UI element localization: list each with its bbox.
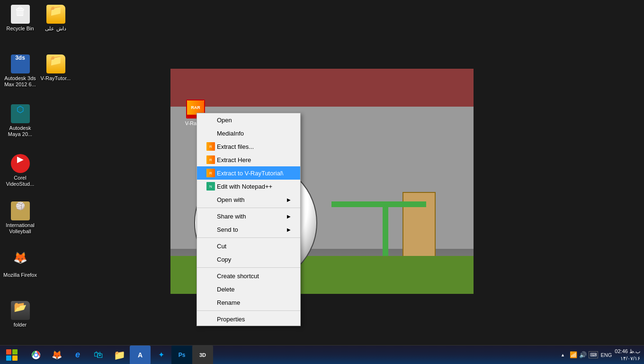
taskbar-explorer[interactable]: 📁 — [109, 346, 130, 364]
ctx-send-to-icon — [206, 225, 215, 234]
ctx-open-label: Open — [217, 117, 232, 124]
ctx-rename-label: Rename — [217, 299, 240, 306]
win-logo-blue — [6, 355, 11, 361]
ctx-open-icon — [206, 116, 215, 124]
ctx-open-with-icon — [206, 195, 215, 204]
ctx-cut-icon — [206, 242, 215, 250]
ctx-send-to-label: Send to — [217, 226, 238, 233]
ctx-share-with[interactable]: Share with ▶ — [197, 209, 300, 223]
desktop-icon-3dsmax[interactable]: 3ds Autodesk 3ds Max 2012 6... — [2, 55, 38, 88]
tray-volume-icon[interactable]: 🔊 — [579, 351, 587, 358]
ctx-mediainfo-icon — [206, 129, 215, 137]
ctx-extract-files[interactable]: R Extract files... — [197, 140, 300, 153]
vray-folder-icon: 📁 — [46, 55, 65, 73]
ctx-extract-here[interactable]: R Extract Here — [197, 153, 300, 166]
3dsmax-icon: 3ds — [11, 55, 30, 73]
desktop-icon-corel[interactable]: ▶ Corel VideoStud... — [2, 154, 38, 187]
ctx-create-shortcut-icon — [206, 272, 215, 280]
desktop-icon-folder[interactable]: 📂 folder — [2, 301, 38, 328]
time-display[interactable]: 02:46 ب.ظ ۱۴/۰۷/۱۶ — [615, 348, 640, 362]
ctx-edit-notepad[interactable]: N Edit with Notepad++ — [197, 180, 300, 193]
ctx-mediainfo[interactable]: MediaInfo — [197, 127, 300, 140]
ctx-mediainfo-label: MediaInfo — [217, 130, 244, 137]
3dsmax-label: Autodesk 3ds Max 2012 6... — [2, 75, 38, 88]
ctx-cut-label: Cut — [217, 243, 226, 250]
windows-logo — [6, 349, 18, 361]
folder2-label: folder — [2, 322, 38, 328]
ctx-extract-to[interactable]: R Extract to V-RayTutorial\ — [197, 166, 300, 180]
ctx-send-to-arrow: ▶ — [287, 227, 291, 232]
ctx-delete-icon — [206, 285, 215, 293]
maya-icon: ⬡ — [11, 104, 30, 123]
tray-keyboard-icon[interactable]: ⌨ — [589, 351, 598, 358]
tray-network-icon[interactable]: 📶 — [570, 351, 577, 358]
taskbar-alias[interactable]: ✦ — [151, 346, 171, 364]
folder-icon-dash-ali: 📁 — [46, 5, 65, 24]
desktop-icon-dash-ali[interactable]: 📁 داش علی — [38, 5, 73, 32]
taskbar-3d-app[interactable]: 3D — [192, 346, 213, 364]
ctx-extract-to-icon: R — [206, 169, 215, 177]
taskbar-firefox[interactable]: 🦊 — [46, 346, 67, 364]
ctx-properties-icon — [206, 315, 215, 323]
ctx-share-with-arrow: ▶ — [287, 214, 291, 219]
win-logo-yellow — [12, 355, 18, 361]
scene-pipe-horizontal — [331, 201, 426, 207]
tray-expand-button[interactable]: ▲ — [559, 346, 567, 364]
ctx-properties[interactable]: Properties — [197, 312, 300, 326]
language-indicator[interactable]: ENG — [601, 352, 612, 358]
taskbar-store[interactable]: 🛍 — [88, 346, 109, 364]
ctx-separator-1 — [197, 208, 300, 208]
ctx-edit-notepad-label: Edit with Notepad++ — [217, 183, 272, 190]
tray-icons-group: 📶 🔊 ⌨ — [570, 351, 598, 358]
firefox-desktop-icon: 🦊 — [11, 251, 30, 270]
taskbar-ie[interactable]: e — [67, 346, 88, 364]
svg-point-3 — [35, 354, 37, 356]
ctx-delete[interactable]: Delete — [197, 282, 300, 296]
taskbar-chrome[interactable] — [26, 346, 46, 364]
volleyball-icon: 🏐 — [11, 201, 30, 220]
ctx-copy-label: Copy — [217, 256, 231, 263]
ctx-create-shortcut[interactable]: Create shortcut — [197, 269, 300, 282]
firefox-desktop-label: Mozilla Firefox — [2, 272, 38, 278]
vray-folder-label: V-RayTutor... — [38, 75, 73, 82]
desktop-icon-vray-folder[interactable]: 📁 V-RayTutor... — [38, 55, 73, 82]
ctx-open-with[interactable]: Open with ▶ — [197, 193, 300, 206]
recycle-bin-label: Recycle Bin — [2, 26, 38, 32]
ctx-send-to[interactable]: Send to ▶ — [197, 223, 300, 236]
ctx-cut[interactable]: Cut — [197, 239, 300, 253]
recycle-bin-icon: 🗑 — [11, 5, 30, 24]
ctx-edit-notepad-icon: N — [206, 182, 215, 191]
corel-label: Corel VideoStud... — [2, 175, 38, 187]
ctx-rename-icon — [206, 298, 215, 307]
ctx-copy[interactable]: Copy — [197, 253, 300, 266]
ctx-open-with-label: Open with — [217, 196, 245, 203]
ctx-create-shortcut-label: Create shortcut — [217, 273, 259, 280]
ctx-share-with-label: Share with — [217, 213, 246, 220]
desktop-icon-maya[interactable]: ⬡ Autodesk Maya 20... — [2, 104, 38, 137]
desktop-icon-volleyball[interactable]: 🏐 International Volleyball — [2, 201, 38, 235]
ctx-open-with-arrow: ▶ — [287, 197, 291, 202]
taskbar: 🦊 e 🛍 📁 A ✦ Ps 3D ▲ 📶 🔊 ⌨ ENG 02:46 ب.ظ … — [0, 345, 644, 364]
taskbar-autodesk[interactable]: A — [130, 346, 151, 364]
taskbar-photoshop[interactable]: Ps — [171, 346, 192, 364]
ctx-extract-here-label: Extract Here — [217, 156, 251, 164]
start-button[interactable] — [0, 346, 24, 364]
maya-label: Autodesk Maya 20... — [2, 125, 38, 137]
ctx-open[interactable]: Open — [197, 113, 300, 127]
ctx-rename[interactable]: Rename — [197, 296, 300, 309]
ctx-copy-icon — [206, 255, 215, 264]
ctx-extract-here-icon: R — [206, 155, 215, 164]
volleyball-label: International Volleyball — [2, 222, 38, 235]
ctx-extract-files-icon: R — [206, 142, 215, 151]
desktop: 🗑 Recycle Bin 📁 داش علی 3ds Autodesk 3ds… — [0, 0, 644, 364]
ctx-extract-to-label: Extract to V-RayTutorial\ — [217, 170, 283, 177]
taskbar-pinned-icons: 🦊 e 🛍 📁 A ✦ Ps 3D — [24, 346, 215, 364]
desktop-icon-firefox[interactable]: 🦊 Mozilla Firefox — [2, 251, 38, 278]
ctx-share-with-icon — [206, 212, 215, 220]
desktop-icon-recycle-bin[interactable]: 🗑 Recycle Bin — [2, 5, 38, 32]
ctx-separator-3 — [197, 267, 300, 268]
ctx-separator-4 — [197, 310, 300, 311]
date-value: ۱۴/۰۷/۱۶ — [615, 355, 640, 362]
corel-icon: ▶ — [11, 154, 30, 173]
system-tray: ▲ 📶 🔊 ⌨ ENG 02:46 ب.ظ ۱۴/۰۷/۱۶ — [555, 346, 644, 364]
